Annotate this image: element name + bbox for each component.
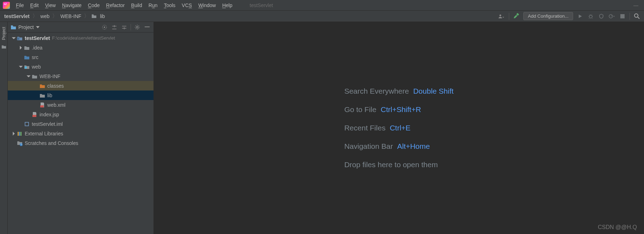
crumb-sep-icon: 〉 <box>30 13 40 19</box>
menu-code[interactable]: Code <box>85 0 103 11</box>
app-icon <box>3 2 10 9</box>
tree-iml[interactable]: testServlet.iml <box>8 119 154 129</box>
tree-classes[interactable]: classes <box>8 81 154 90</box>
menu-view[interactable]: View <box>42 0 59 11</box>
tree-webinf[interactable]: WEB-INF <box>8 71 154 81</box>
tip-shortcut: Ctrl+Shift+R <box>381 105 421 113</box>
chevron-down-icon <box>18 64 23 69</box>
menu-edit[interactable]: Edit <box>27 0 42 11</box>
svg-rect-17 <box>19 132 20 136</box>
web-folder-icon <box>24 64 30 70</box>
tree-web[interactable]: web <box>8 62 154 71</box>
add-configuration-button[interactable]: Add Configuration... <box>523 12 573 20</box>
menu-tools[interactable]: Tools <box>161 0 179 11</box>
tree-idea[interactable]: .idea <box>8 43 154 52</box>
coverage-icon[interactable] <box>598 13 605 20</box>
tip-label: Navigation Bar <box>344 142 393 150</box>
navbar: testServlet 〉 web 〉 WEB-INF 〉 lib Add Co… <box>0 11 644 22</box>
tip-shortcut: Double Shift <box>413 87 453 95</box>
jsp-file-icon <box>32 112 37 117</box>
chevron-right-icon <box>11 131 16 136</box>
svg-point-2 <box>589 15 592 18</box>
tree-webxml[interactable]: web.xml <box>8 100 154 110</box>
project-tree[interactable]: testServlet F:\code\idea\servlet\testSer… <box>8 33 154 234</box>
window-controls: — <box>633 2 643 8</box>
tip-label: Search Everywhere <box>344 87 409 95</box>
menu-file[interactable]: File <box>13 0 27 11</box>
folder-icon <box>32 74 37 79</box>
profiler-icon[interactable] <box>608 13 615 20</box>
crumb-webinf[interactable]: WEB-INF <box>60 13 82 19</box>
pane-title[interactable]: Project <box>18 24 34 30</box>
run-icon[interactable] <box>577 13 584 20</box>
folder-icon <box>11 25 16 30</box>
left-gutter: Project <box>0 22 8 234</box>
hammer-icon[interactable] <box>513 13 520 20</box>
stop-icon[interactable] <box>619 13 626 20</box>
folder-icon <box>40 93 45 98</box>
svg-point-8 <box>137 26 138 28</box>
hide-icon[interactable] <box>144 24 151 31</box>
svg-rect-15 <box>25 123 28 125</box>
project-tool-window: Project testServlet F:\code\idea\servlet… <box>8 22 154 234</box>
expand-all-icon[interactable] <box>111 24 118 31</box>
folder-orange-icon <box>40 83 45 89</box>
svg-rect-13 <box>32 115 36 117</box>
crumb-sep-icon: 〉 <box>82 13 91 19</box>
window-title: testServlet <box>250 2 273 8</box>
svg-point-5 <box>634 14 638 17</box>
svg-rect-4 <box>620 14 625 18</box>
svg-point-7 <box>104 27 105 28</box>
module-icon <box>17 35 23 41</box>
chevron-down-icon <box>11 36 16 41</box>
svg-point-11 <box>25 66 27 69</box>
source-folder-icon <box>24 54 30 60</box>
tree-root[interactable]: testServlet F:\code\idea\servlet\testSer… <box>8 33 154 43</box>
folder-icon <box>91 14 97 18</box>
crumb-lib[interactable]: lib <box>91 13 106 19</box>
tree-external-libraries[interactable]: External Libraries <box>8 129 154 138</box>
menu-navigate[interactable]: Navigate <box>59 0 85 11</box>
editor-tips: Search EverywhereDouble Shift Go to File… <box>344 82 454 174</box>
user-icon[interactable] <box>498 13 505 20</box>
watermark: CSDN @@H.Q <box>598 224 637 230</box>
menu-help[interactable]: Help <box>219 0 236 11</box>
module-file-icon <box>24 121 30 127</box>
select-opened-file-icon[interactable] <box>101 24 108 31</box>
chevron-down-icon[interactable] <box>36 26 40 28</box>
svg-rect-12 <box>40 105 44 107</box>
chevron-right-icon <box>18 45 23 50</box>
menu-refactor[interactable]: Refactor <box>103 0 128 11</box>
tree-scratches[interactable]: Scratches and Consoles <box>8 138 154 148</box>
chevron-down-icon <box>26 74 31 79</box>
tip-label: Go to File <box>344 105 377 113</box>
scratches-icon <box>17 140 23 146</box>
gutter-tab-project[interactable]: Project <box>1 25 6 42</box>
svg-rect-9 <box>145 27 150 27</box>
tip-shortcut: Ctrl+E <box>390 124 410 132</box>
gear-icon[interactable] <box>134 24 141 31</box>
tree-indexjsp[interactable]: index.jsp <box>8 110 154 119</box>
menu-window[interactable]: Window <box>195 0 219 11</box>
tip-shortcut: Alt+Home <box>397 142 430 150</box>
search-icon[interactable] <box>633 13 640 20</box>
tip-drop: Drop files here to open them <box>344 156 454 174</box>
debug-icon[interactable] <box>587 13 594 20</box>
menu-vcs[interactable]: VCS <box>179 0 195 11</box>
folder-icon <box>1 44 6 49</box>
menu-build[interactable]: Build <box>128 0 145 11</box>
svg-rect-16 <box>18 132 19 136</box>
menu-run[interactable]: Run <box>145 0 161 11</box>
crumb-web[interactable]: web <box>40 13 50 19</box>
svg-rect-10 <box>17 37 19 40</box>
collapse-all-icon[interactable] <box>121 24 128 31</box>
tree-lib[interactable]: lib <box>8 90 154 100</box>
tree-src[interactable]: src <box>8 52 154 62</box>
minimize-icon[interactable]: — <box>633 2 638 8</box>
svg-rect-18 <box>20 132 22 136</box>
crumb-sep-icon: 〉 <box>50 13 60 19</box>
crumb-project[interactable]: testServlet <box>4 13 30 19</box>
folder-icon <box>24 45 30 51</box>
editor-area[interactable]: Search EverywhereDouble Shift Go to File… <box>154 22 644 234</box>
libraries-icon <box>17 131 23 136</box>
